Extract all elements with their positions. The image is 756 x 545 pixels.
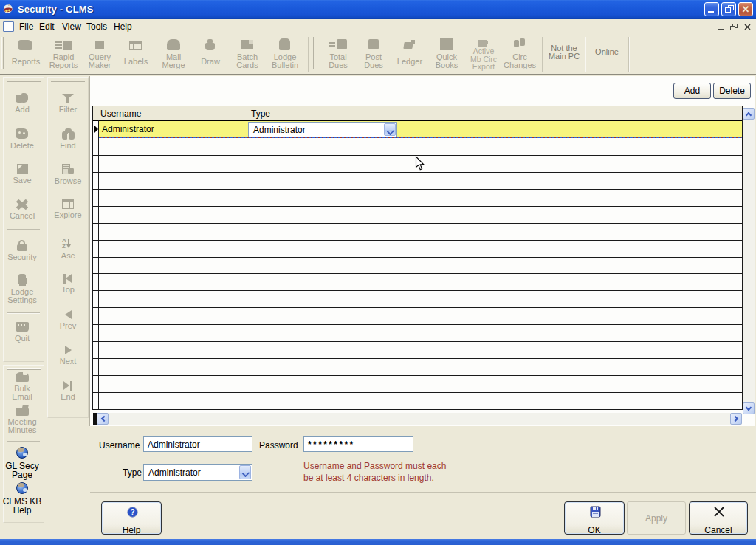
svg-text:?: ? [130,508,134,516]
